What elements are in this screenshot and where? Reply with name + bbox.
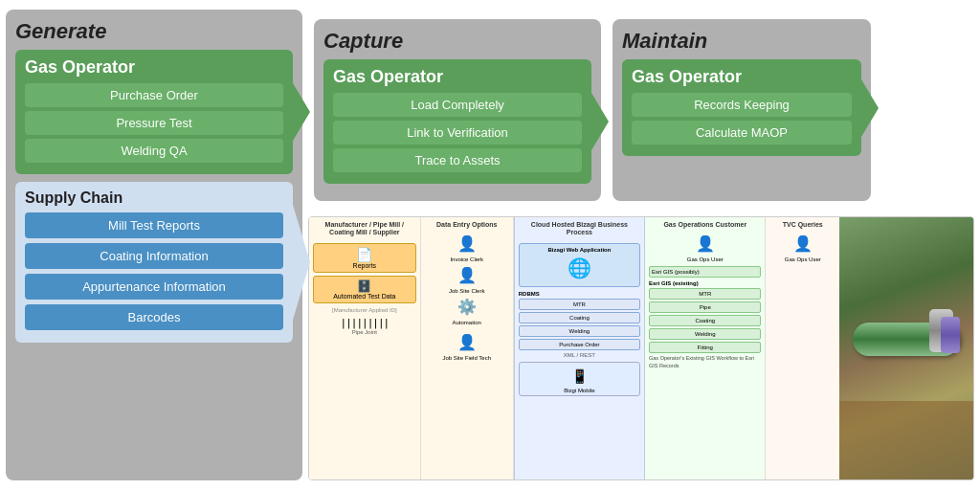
tvc-gas-ops-icon: 👤 <box>769 234 835 253</box>
maintain-gas-operator-box: Gas Operator Records Keeping Calculate M… <box>622 59 861 156</box>
welding-box: Welding <box>519 325 640 337</box>
maintain-gas-operator-title: Gas Operator <box>632 67 852 87</box>
bizgi-mobile-icon: 📱 <box>522 368 637 384</box>
top-panels: Capture Gas Operator Load Completely Lin… <box>308 10 974 211</box>
col4-header: Gas Operations Customer <box>649 221 761 229</box>
diagram-col-tvc: TVC Queries 👤 Gas Ops User <box>766 217 839 479</box>
capture-title: Capture <box>323 29 591 54</box>
diagram-col-bizagi: Cloud Hosted Bizagi Business Process Biz… <box>514 217 645 479</box>
field-tech-label: Job Site Field Tech <box>425 355 509 361</box>
generate-panel: Generate Gas Operator Purchase Order Pre… <box>6 10 302 480</box>
col2-header: Data Entry Options <box>425 221 509 229</box>
generate-gas-operator-box: Gas Operator Purchase Order Pressure Tes… <box>15 50 293 174</box>
reports-icon: 📄 <box>319 247 411 262</box>
fitting-box: Fitting <box>649 342 761 353</box>
purchase-order-box: Purchase Order <box>519 339 640 350</box>
supply-chain-title: Supply Chain <box>25 189 283 207</box>
coating-green-box: Coating <box>649 315 761 326</box>
welding-green-box: Welding <box>649 328 761 340</box>
automation-icon: ⚙️ <box>425 298 509 316</box>
coating-box: Coating <box>519 312 640 323</box>
bizgi-mobile-label: Bizgi Mobile <box>522 388 637 393</box>
rest-label: REST <box>580 352 595 358</box>
generate-gas-operator-title: Gas Operator <box>25 57 283 78</box>
welding-qa-btn[interactable]: Welding QA <box>25 139 283 163</box>
capture-gas-operator-title: Gas Operator <box>333 67 582 87</box>
job-site-clerk-icon: 👤 <box>425 266 509 284</box>
maintain-panel: Maintain Gas Operator Records Keeping Ca… <box>612 19 871 201</box>
barcodes-btn[interactable]: Barcodes <box>25 304 283 330</box>
globe-icon: 🌐 <box>523 256 636 279</box>
field-tech-icon: 👤 <box>425 333 509 351</box>
diagram-col-manufacturer: Manufacturer / Pipe Mill / Coating Mill … <box>309 217 421 479</box>
col5-header: TVC Queries <box>769 221 835 229</box>
pipe-box: Pipe <box>649 301 761 313</box>
capture-gas-operator-box: Gas Operator Load Completely Link to Ver… <box>323 59 591 184</box>
maintain-title: Maintain <box>622 29 861 54</box>
mtr-green-box: MTR <box>649 288 761 300</box>
col1-header: Manufacturer / Pipe Mill / Coating Mill … <box>313 221 416 237</box>
invoice-clerk-icon: 👤 <box>425 234 509 253</box>
diagram-inner: Manufacturer / Pipe Mill / Coating Mill … <box>309 217 973 479</box>
generate-title: Generate <box>15 19 293 44</box>
col3-header: Cloud Hosted Bizagi Business Process <box>519 221 640 237</box>
mill-test-reports-btn[interactable]: Mill Test Reports <box>25 212 283 238</box>
main-container: Generate Gas Operator Purchase Order Pre… <box>0 0 980 490</box>
gas-ops-user-label: Gas Ops User <box>649 256 761 262</box>
appurtenance-information-btn[interactable]: Appurtenance Information <box>25 274 283 300</box>
pipe-photo <box>839 217 973 479</box>
rdbms-label: RDBMS <box>519 291 640 297</box>
mtr-box: MTR <box>519 299 640 310</box>
diagram-col-data-entry: Data Entry Options 👤 Invoice Clerk 👤 Job… <box>421 217 514 479</box>
tvc-gas-ops-label: Gas Ops User <box>769 256 835 262</box>
database-icon: 🗄️ <box>319 279 411 293</box>
automation-label: Automation <box>425 320 509 325</box>
records-keeping-btn[interactable]: Records Keeping <box>632 93 852 117</box>
invoice-clerk-label: Invoice Clerk <box>425 256 509 262</box>
trace-to-assets-btn[interactable]: Trace to Assets <box>333 148 582 172</box>
reports-box: 📄 Reports <box>313 243 416 273</box>
diagram-col-gas-ops: Gas Operations Customer 👤 Gas Ops User E… <box>645 217 766 479</box>
load-completely-btn[interactable]: Load Completely <box>333 93 582 117</box>
right-content: Capture Gas Operator Load Completely Lin… <box>308 0 980 490</box>
capture-panel: Capture Gas Operator Load Completely Lin… <box>314 19 601 201</box>
link-to-verification-btn[interactable]: Link to Verification <box>333 121 582 145</box>
supply-chain-box: Supply Chain Mill Test Reports Coating I… <box>15 182 293 343</box>
calculate-maop-btn[interactable]: Calculate MAOP <box>632 121 852 145</box>
col3-sub: Bizagi Web Application <box>523 247 636 253</box>
pressure-test-btn[interactable]: Pressure Test <box>25 111 283 135</box>
purchase-order-btn[interactable]: Purchase Order <box>25 83 283 107</box>
gas-ops-user-icon: 👤 <box>649 234 761 253</box>
job-site-clerk-label: Job Site Clerk <box>425 288 509 294</box>
coating-information-btn[interactable]: Coating Information <box>25 243 283 269</box>
automated-test-box: 🗄️ Automated Test Data <box>313 276 416 303</box>
bottom-diagram: Manufacturer / Pipe Mill / Coating Mill … <box>308 216 974 480</box>
xml-label: XML <box>564 352 575 358</box>
